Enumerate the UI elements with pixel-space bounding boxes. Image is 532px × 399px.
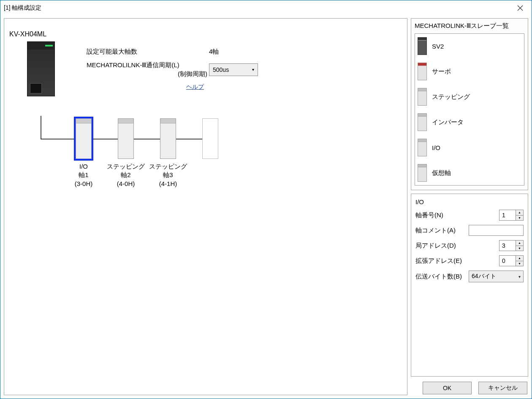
slave-item-servo[interactable]: サーボ <box>418 63 521 80</box>
params-area: 設定可能最大軸数 4軸 MECHATROLILNK-Ⅲ通信周期(L) (制御周期… <box>87 47 258 91</box>
main-panel: KV-XH04ML 設定可能最大軸数 4軸 MECHATROLILNK-Ⅲ通信周… <box>4 18 407 395</box>
cycle-value: 500us <box>213 66 229 73</box>
axis-no-input[interactable] <box>499 210 516 220</box>
node-3-caption: ステッピング軸3(4-1H) <box>149 162 187 188</box>
cycle-label: MECHATROLILNK-Ⅲ通信周期(L) <box>87 61 179 68</box>
station-input[interactable] <box>499 240 516 251</box>
topology-node-1[interactable] <box>76 118 92 159</box>
inverter-icon <box>418 113 427 131</box>
max-axes-label: 設定可能最大軸数 <box>87 47 209 56</box>
sv2-icon <box>418 37 427 55</box>
slave-palette-title: MECHATROLINK-Ⅲスレーブ一覧 <box>415 22 524 30</box>
servo-icon <box>418 63 427 80</box>
slave-list: SV2 サーボ ステッピング インバータ <box>415 33 524 186</box>
close-icon <box>517 5 523 11</box>
dialog-window: [1] 軸構成設定 KV-XH04ML 設定可能最大軸数 4軸 MECHATRO <box>0 0 532 399</box>
slave-item-io[interactable]: I/O <box>418 139 521 156</box>
cycle-sublabel: (制御周期) <box>87 70 209 78</box>
dialog-footer: OK キャンセル <box>411 380 528 395</box>
spin-up-icon[interactable]: ▲ <box>516 210 523 216</box>
help-link[interactable]: ヘルプ <box>186 83 204 90</box>
stepping-icon <box>418 88 427 106</box>
spin-up-icon[interactable]: ▲ <box>516 240 523 246</box>
chevron-down-icon: ▾ <box>518 274 521 279</box>
bytes-value: 64バイト <box>472 273 496 280</box>
cpu-top <box>27 42 54 49</box>
io-icon <box>418 139 427 156</box>
bytes-label: 伝送バイト数(B) <box>415 273 462 281</box>
chevron-down-icon: ▾ <box>252 67 254 72</box>
slave-item-virtual[interactable]: 仮想軸 <box>418 164 521 182</box>
cancel-button[interactable]: キャンセル <box>478 382 527 394</box>
axis-no-label: 軸番号(N) <box>415 211 443 219</box>
close-button[interactable] <box>510 2 530 14</box>
slave-item-sv2[interactable]: SV2 <box>418 37 521 55</box>
max-axes-value: 4軸 <box>209 48 219 56</box>
topology-node-empty[interactable] <box>202 118 218 159</box>
ext-spinner[interactable]: ▲▼ <box>499 255 524 266</box>
topology-node-3[interactable] <box>160 118 176 159</box>
cycle-select[interactable]: 500us ▾ <box>209 63 258 76</box>
virtual-axis-icon <box>418 164 427 182</box>
spin-down-icon[interactable]: ▼ <box>516 246 523 251</box>
slave-palette: MECHATROLINK-Ⅲスレーブ一覧 SV2 サーボ ステッピング <box>411 18 528 190</box>
axis-comment-label: 軸コメント(A) <box>415 227 456 235</box>
ext-label: 拡張アドレス(E) <box>415 257 462 265</box>
station-spinner[interactable]: ▲▼ <box>499 240 524 251</box>
properties-panel: I/O 軸番号(N) ▲▼ 軸コメント(A) 局アドレス(D) <box>411 194 528 377</box>
node-2-caption: ステッピング軸2(4-0H) <box>107 162 145 188</box>
node-1-caption: I/O軸1(3-0H) <box>65 162 103 188</box>
ok-button[interactable]: OK <box>423 382 472 394</box>
ext-input[interactable] <box>499 256 516 266</box>
station-label: 局アドレス(D) <box>415 242 456 250</box>
spin-down-icon[interactable]: ▼ <box>516 261 523 266</box>
window-title: [1] 軸構成設定 <box>4 4 41 12</box>
spin-down-icon[interactable]: ▼ <box>516 216 523 221</box>
properties-heading: I/O <box>415 198 524 205</box>
axis-comment-input[interactable] <box>469 225 524 236</box>
slave-item-stepping[interactable]: ステッピング <box>418 88 521 106</box>
cpu-unit[interactable] <box>27 41 55 96</box>
cpu-port-icon <box>30 83 42 93</box>
titlebar: [1] 軸構成設定 <box>0 0 532 16</box>
topology-node-2[interactable] <box>118 118 134 159</box>
module-name: KV-XH04ML <box>9 30 46 38</box>
bytes-select[interactable]: 64バイト ▾ <box>469 271 524 282</box>
axis-no-spinner[interactable]: ▲▼ <box>499 210 524 221</box>
slave-item-inverter[interactable]: インバータ <box>418 113 521 131</box>
cpu-led-icon <box>45 45 53 46</box>
spin-up-icon[interactable]: ▲ <box>516 256 523 261</box>
